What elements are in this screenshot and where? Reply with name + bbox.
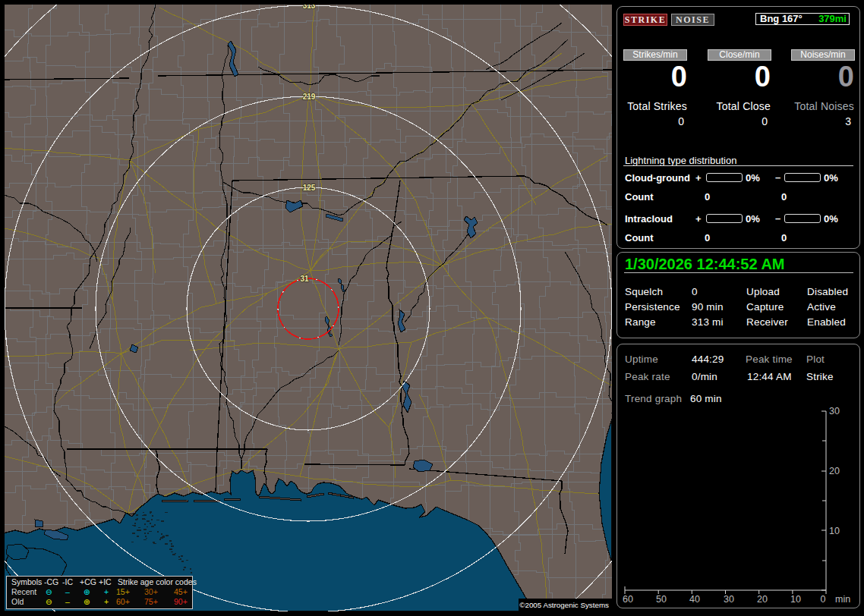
svg-text:31: 31 (300, 275, 309, 283)
svg-text:0: 0 (821, 594, 826, 605)
svg-text:313: 313 (303, 5, 316, 10)
svg-text:40: 40 (689, 594, 700, 605)
svg-text:125: 125 (303, 184, 316, 192)
svg-text:50: 50 (656, 594, 667, 605)
svg-text:10: 10 (790, 594, 801, 605)
svg-text:60: 60 (623, 594, 633, 605)
svg-text:20: 20 (757, 594, 768, 605)
svg-text:30: 30 (724, 594, 734, 605)
svg-text:219: 219 (303, 93, 316, 101)
svg-text:20: 20 (829, 466, 840, 476)
svg-text:30: 30 (829, 406, 840, 416)
svg-text:min: min (835, 594, 850, 605)
svg-text:10: 10 (829, 526, 840, 536)
